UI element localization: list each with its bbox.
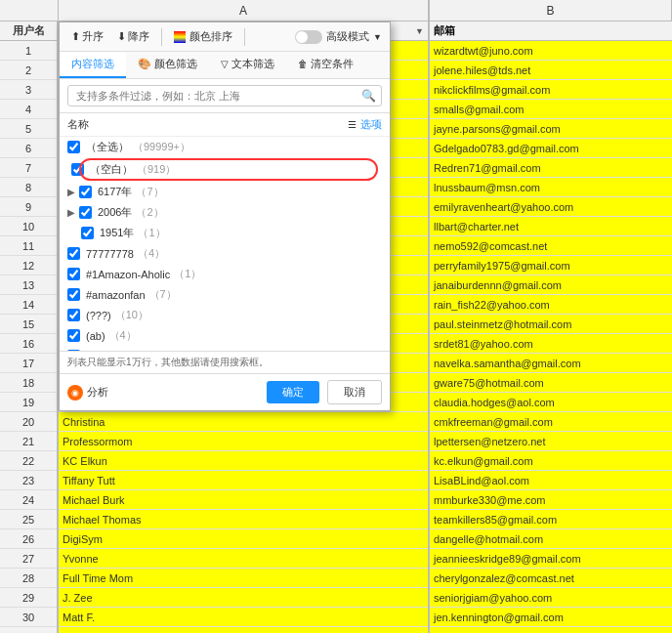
asc-sort-button[interactable]: ⬆ 升序 <box>67 27 107 46</box>
col-b-row-17: navelka.samantha@gmail.com <box>430 354 672 373</box>
col-b-row-13: janaiburdennn@gmail.com <box>430 275 672 295</box>
filter-item-ab[interactable]: (ab) （4） <box>60 325 390 346</box>
checkbox-qqq[interactable] <box>67 309 80 321</box>
tab-color-filter[interactable]: 🎨 颜色筛选 <box>126 52 209 78</box>
checkbox-1951[interactable] <box>81 227 94 239</box>
row-num-22: 22 <box>0 451 57 471</box>
col-b-row-29: seniorjgiam@yahoo.com <box>430 588 672 608</box>
filter-item-qqq[interactable]: (???) （10） <box>60 305 390 325</box>
filter-item-1951[interactable]: 1951年 （1） <box>60 223 390 243</box>
tab-clear-filter[interactable]: 🗑 清空条件 <box>286 52 365 78</box>
item-label-blank: （空白） <box>90 162 133 177</box>
row-num-29: 29 <box>0 588 57 608</box>
filter-list: （全选） （99999+） （空白） （919） ▶ 6177年 （7） <box>60 137 390 352</box>
row-num-21: 21 <box>0 432 57 451</box>
filter-item-77777778[interactable]: 77777778 （4） <box>60 243 390 264</box>
col-b-row-2: jolene.hiles@tds.net <box>430 61 672 80</box>
list-name-label: 名称 <box>67 117 89 132</box>
confirm-button[interactable]: 确定 <box>267 381 319 403</box>
search-wrapper: 🔍 <box>67 85 382 106</box>
checkbox-blank[interactable] <box>71 163 84 176</box>
col-b-row-24: mmburke330@me.com <box>430 490 672 510</box>
row-num-2: 2 <box>0 61 57 80</box>
color-filter-icon: 🎨 <box>138 58 151 69</box>
checkbox-amazonfan[interactable] <box>67 288 80 301</box>
asc-sort-icon: ⬆ <box>71 30 80 43</box>
filter-item-blank[interactable]: （空白） （919） <box>63 159 386 180</box>
analyze-button[interactable]: ◉ 分析 <box>67 385 108 401</box>
toggle-switch[interactable] <box>295 30 322 44</box>
col-b-row-30: jen.kennington@gmail.com <box>430 608 672 627</box>
checkbox-77777778[interactable] <box>67 247 80 260</box>
col-b-row-16: srdet81@yahoo.com <box>430 334 672 354</box>
item-label-amazon-aholic: #1Amazon-Aholic <box>86 269 170 280</box>
item-count-blank: （919） <box>137 162 176 177</box>
tab-content-filter[interactable]: 内容筛选 <box>60 52 126 78</box>
col-b-row-7: Redren71@gmail.com <box>430 158 672 178</box>
spreadsheet: A B 用户名 1 2 3 4 5 6 7 8 9 10 11 12 13 14… <box>0 0 672 633</box>
filter-search-area: 🔍 <box>60 79 390 113</box>
item-label-ab: (ab) <box>86 330 105 342</box>
color-sort-icon <box>174 31 186 43</box>
item-count-select-all: （99999+） <box>133 140 190 154</box>
filter-footer-note: 列表只能显示1万行，其他数据请使用搜索框。 <box>60 352 390 374</box>
col-b-row-8: lnussbaum@msn.com <box>430 178 672 197</box>
col-b-row-1: wizardtwt@juno.com <box>430 41 672 61</box>
item-label-1951: 1951年 <box>100 226 134 240</box>
col-b-row-26: dangelle@hotmail.com <box>430 529 672 549</box>
col-b-row-11: nemo592@comcast.net <box>430 236 672 256</box>
filter-search-input[interactable] <box>67 85 382 106</box>
col-b: 邮箱 wizardtwt@juno.com jolene.hiles@tds.n… <box>430 21 672 633</box>
filter-panel: ⬆ 升序 ⬇ 降序 颜色排序 高级模式 ▼ 内容筛选 <box>59 21 391 411</box>
list-options-icon: ☰ <box>348 119 357 130</box>
col-a-dropdown-arrow[interactable]: ▼ <box>415 26 424 36</box>
col-b-row-19: claudia.hodges@aol.com <box>430 393 672 412</box>
expand-icon-6177: ▶ <box>67 187 75 197</box>
row-num-18: 18 <box>0 373 57 393</box>
col-b-row-18: gware75@hotmail.com <box>430 373 672 393</box>
filter-item-amazonfan[interactable]: #amazonfan （7） <box>60 284 390 305</box>
col-b-row-14: rain_fish22@yahoo.com <box>430 295 672 315</box>
row-num-10: 10 <box>0 217 57 236</box>
checkbox-select-all[interactable] <box>67 141 80 153</box>
col-b-header-label: B <box>430 0 672 21</box>
filter-item-amazon-aholic[interactable]: #1Amazon-Aholic （1） <box>60 264 390 284</box>
desc-sort-button[interactable]: ⬇ 降序 <box>113 27 153 46</box>
item-count-77777778: （4） <box>138 246 165 261</box>
row-num-27: 27 <box>0 549 57 569</box>
color-sort-button[interactable]: 颜色排序 <box>170 27 236 46</box>
col-a-row-23: Tiffany Tutt <box>59 471 428 490</box>
filter-list-header: 名称 ☰ 选项 <box>60 113 390 137</box>
options-link[interactable]: 选项 <box>360 117 382 132</box>
tab-text-filter[interactable]: ▽ 文本筛选 <box>209 52 286 78</box>
cancel-button[interactable]: 取消 <box>327 380 382 404</box>
filter-tabs: 内容筛选 🎨 颜色筛选 ▽ 文本筛选 🗑 清空条件 <box>60 52 390 79</box>
item-count-qqq: （10） <box>115 308 148 322</box>
col-header-row: A B <box>0 0 672 21</box>
checkbox-ab[interactable] <box>67 329 80 342</box>
filter-actions: ◉ 分析 确定 取消 <box>60 374 390 410</box>
col-b-row-20: cmkfreeman@gmail.com <box>430 412 672 432</box>
row-header-title: 用户名 <box>0 21 57 41</box>
advanced-mode-toggle[interactable]: 高级模式 ▼ <box>295 29 382 44</box>
col-b-row-25: teamkillers85@gmail.com <box>430 510 672 529</box>
filter-item-select-all[interactable]: （全选） （99999+） <box>60 137 390 157</box>
row-num-header <box>0 0 59 21</box>
filter-item-6177[interactable]: ▶ 6177年 （7） <box>60 182 390 202</box>
row-num-26: 26 <box>0 529 57 549</box>
checkbox-2006[interactable] <box>79 206 92 219</box>
row-num-24: 24 <box>0 490 57 510</box>
checkbox-amazon-aholic[interactable] <box>67 268 80 280</box>
filter-item-blank-wrapper: （空白） （919） <box>63 159 386 180</box>
row-num-23: 23 <box>0 471 57 490</box>
col-a-row-31: Michelle. E.C. <box>59 627 428 633</box>
col-b-row-4: smalls@gmail.com <box>430 100 672 119</box>
filter-item-2006[interactable]: ▶ 2006年 （2） <box>60 202 390 223</box>
col-a-row-20: Christina <box>59 412 428 432</box>
checkbox-6177[interactable] <box>79 186 92 198</box>
col-b-row-3: nikclickfilms@gmail.com <box>430 80 672 100</box>
col-a-row-25: Michael Thomas <box>59 510 428 529</box>
item-count-ab: （4） <box>109 328 137 343</box>
item-label-select-all: （全选） <box>86 140 129 154</box>
row-num-12: 12 <box>0 256 57 275</box>
